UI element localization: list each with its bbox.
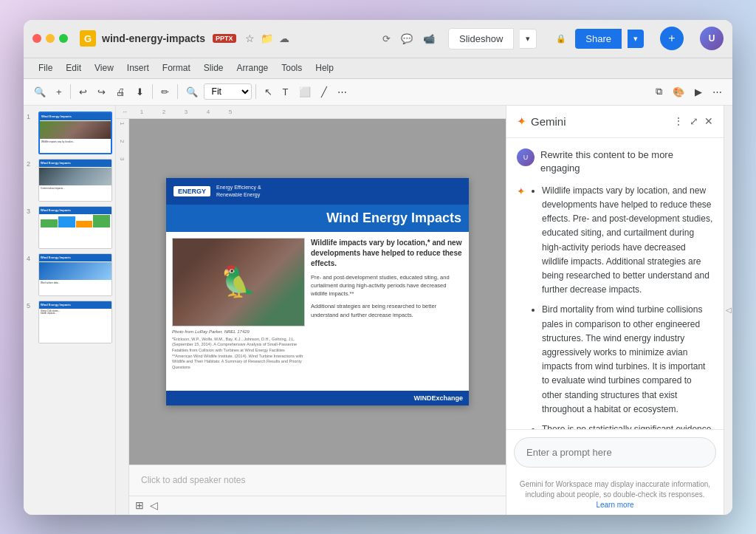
minimize-button[interactable] — [46, 34, 55, 43]
slide-thumb-2[interactable]: 2 Wind Energy Impacts Content about impa… — [27, 159, 112, 202]
user-avatar[interactable]: U — [700, 27, 724, 50]
slide-footnote: *Erickson, W.P., Wolfe, M.M., Bay, K.J.,… — [172, 337, 305, 371]
toolbar-separator-1 — [70, 84, 71, 99]
energy-logo: ENERGY — [173, 186, 210, 196]
menu-file[interactable]: File — [32, 61, 58, 75]
share-dropdown[interactable]: ▾ — [628, 30, 644, 48]
gemini-body: U Rewrite this content to be more engagi… — [506, 138, 724, 429]
zoom-in-btn[interactable]: + — [52, 83, 66, 100]
menu-help[interactable]: Help — [309, 61, 340, 75]
transition-btn[interactable]: ▶ — [690, 83, 707, 100]
thumb-header-3: Wind Energy Impacts — [39, 207, 111, 214]
undo-btn[interactable]: ↩ — [75, 83, 92, 100]
zoom-search-btn[interactable]: 🔍 — [182, 83, 202, 100]
thumb-image-1 — [40, 121, 111, 139]
theme-btn[interactable]: 🎨 — [668, 83, 689, 100]
chat-icon[interactable]: 💬 — [401, 33, 413, 44]
ruler-mark-2: 2 — [153, 109, 175, 115]
ruler-mark-3: 3 — [175, 109, 197, 115]
horizontal-ruler: ↔ 1 2 3 4 5 — [116, 106, 506, 119]
thumb-bar-4 — [93, 215, 110, 227]
gemini-expand-icon[interactable]: ⤢ — [690, 115, 698, 127]
toolbar-separator-3 — [177, 84, 178, 99]
paint-format-btn[interactable]: ✏ — [157, 83, 173, 100]
thumb-title-3: Wind Energy Impacts — [41, 208, 71, 212]
zoom-out-btn[interactable]: 🔍 — [30, 83, 50, 100]
history-icon[interactable]: ⟳ — [382, 33, 391, 44]
thumb-title-5: Wind Energy Impacts — [41, 303, 71, 307]
main-area: 1 Wind Energy Impacts Wildlife impacts v… — [24, 106, 732, 515]
menu-insert[interactable]: Insert — [121, 61, 155, 75]
video-icon[interactable]: 📹 — [423, 33, 435, 44]
slide-thumb-1[interactable]: 1 Wind Energy Impacts Wildlife impacts v… — [27, 112, 112, 154]
cloud-icon[interactable]: ☁ — [279, 32, 289, 44]
cursor-btn[interactable]: ↖ — [260, 83, 277, 100]
v-ruler-3: 3 — [119, 157, 126, 160]
menu-tools[interactable]: Tools — [275, 61, 308, 75]
speaker-notes[interactable]: Click to add speaker notes — [129, 465, 506, 496]
grid-view-btn[interactable]: ⊞ — [135, 499, 144, 511]
more-options-btn[interactable]: ⋯ — [708, 83, 726, 100]
gemini-response-item-3: There is no statistically significant ev… — [542, 422, 713, 429]
gemini-more-options-icon[interactable]: ⋮ — [673, 115, 684, 127]
slide-thumb-img-2: Wind Energy Impacts Content about impact… — [38, 159, 112, 202]
menu-view[interactable]: View — [89, 61, 120, 75]
share-label: Share — [585, 33, 611, 44]
slide-num-5: 5 — [27, 302, 35, 309]
slide-num-1: 1 — [27, 113, 35, 120]
collapse-panel-btn[interactable]: ◁ — [150, 499, 158, 511]
panel-collapse-btn[interactable]: ◁ — [724, 106, 732, 515]
maximize-button[interactable] — [59, 34, 68, 43]
menu-edit[interactable]: Edit — [60, 61, 87, 75]
thumb-header-2: Wind Energy Impacts — [39, 160, 111, 167]
thumb-chart-3 — [39, 214, 111, 227]
folder-icon[interactable]: 📁 — [261, 32, 273, 44]
close-button[interactable] — [32, 34, 41, 43]
ruler-unit: ↔ — [119, 109, 131, 115]
thumb-content-2: Content about impacts... — [39, 186, 111, 192]
add-button[interactable]: + — [660, 27, 684, 50]
ruler-mark-4: 4 — [197, 109, 219, 115]
gemini-user-text: Rewrite this content to be more engaging — [540, 148, 713, 175]
energy-dept: Energy Efficiency & Renewable Energy — [216, 184, 261, 197]
slide-num-4: 4 — [27, 255, 35, 262]
dept-line2: Renewable Energy — [216, 192, 260, 197]
slide-caption: Photo from LuRay Parker, NREL 17429 — [172, 329, 305, 334]
shape-btn[interactable]: ⬜ — [295, 83, 315, 100]
slide-thumb-4[interactable]: 4 Wind Energy Impacts Wind turbine data.… — [27, 253, 112, 296]
download-btn[interactable]: ⬇ — [131, 83, 148, 100]
slideshow-button[interactable]: Slideshow — [448, 28, 514, 49]
vertical-ruler: 1 2 3 — [116, 119, 129, 515]
redo-btn[interactable]: ↪ — [93, 83, 110, 100]
slide-editor-content: ENERGY Energy Efficiency & Renewable Ene… — [129, 119, 506, 515]
bird-icon: 🦜 — [220, 264, 257, 299]
arrange-btn[interactable]: ⧉ — [651, 83, 667, 100]
slide[interactable]: ENERGY Energy Efficiency & Renewable Ene… — [166, 178, 469, 405]
slide-num-3: 3 — [27, 208, 35, 215]
gemini-prompt-input[interactable] — [514, 437, 716, 468]
text-btn[interactable]: T — [278, 83, 293, 100]
gemini-user-message: U Rewrite this content to be more engagi… — [517, 148, 713, 175]
thumb-bar-1 — [41, 219, 58, 227]
zoom-select[interactable]: Fit 50% 75% 100% — [204, 83, 252, 100]
thumb-header-4: Wind Energy Impacts — [39, 254, 111, 261]
slideshow-dropdown[interactable]: ▾ — [520, 29, 537, 49]
gemini-learn-more-link[interactable]: Learn more — [596, 501, 633, 509]
slide-thumb-5[interactable]: 5 Wind Energy Impacts Sierra Club states… — [27, 301, 112, 343]
menu-arrange[interactable]: Arrange — [231, 61, 275, 75]
menu-format[interactable]: Format — [157, 61, 196, 75]
menu-slide[interactable]: Slide — [198, 61, 230, 75]
line-btn[interactable]: ╱ — [317, 83, 331, 100]
slide-main-text: Wildlife impacts vary by location,* and … — [311, 238, 463, 269]
slide-thumb-img-5: Wind Energy Impacts Sierra Club states..… — [38, 301, 112, 343]
thumb-title-1: Wind Energy Impacts — [41, 114, 72, 118]
slide-thumb-3[interactable]: 3 Wind Energy Impacts — [27, 206, 112, 249]
more-tools-btn[interactable]: ⋯ — [333, 83, 351, 100]
menubar: File Edit View Insert Format Slide Arran… — [24, 58, 732, 79]
print-btn[interactable]: 🖨 — [111, 83, 130, 100]
share-button[interactable]: Share — [575, 29, 622, 49]
gemini-response: ✦ Wildlife impacts vary by location, and… — [517, 184, 713, 429]
wind-exchange-logo: WINDExchange — [413, 394, 463, 402]
gemini-close-icon[interactable]: ✕ — [704, 115, 713, 127]
star-icon[interactable]: ☆ — [245, 32, 255, 44]
